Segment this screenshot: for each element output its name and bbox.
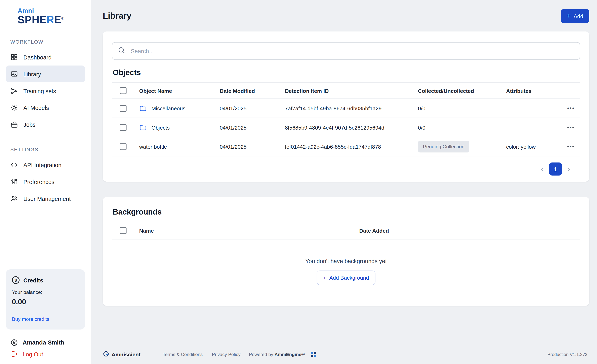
backgrounds-table-header: Name Date Added xyxy=(112,222,580,240)
row-checkbox[interactable] xyxy=(120,105,126,112)
pagination-prev-button[interactable]: ‹ xyxy=(541,165,543,173)
column-header-collected: Collected/Uncollected xyxy=(418,88,506,94)
search-icon xyxy=(118,46,126,56)
detection-item-id: 8f5685b9-4809-4e4f-907d-5c261295694d xyxy=(285,124,418,131)
pagination-page-1[interactable]: 1 xyxy=(549,163,562,176)
select-all-checkbox[interactable] xyxy=(120,227,126,234)
table-row: water bottle 04/01/2025 fef01442-a92c-4a… xyxy=(112,137,580,156)
footer-brand-name: Amniscient xyxy=(111,351,141,357)
backgrounds-section-title: Backgrounds xyxy=(113,208,580,217)
sliders-icon xyxy=(10,178,18,186)
powered-brand: AmniEngine® xyxy=(275,352,305,357)
empty-state-text: You don't have backgrounds yet xyxy=(305,258,387,264)
workflow-section-label: WORKFLOW xyxy=(10,39,91,45)
column-header-attributes: Attributes xyxy=(506,88,563,94)
footer-brand: Amniscient xyxy=(103,350,141,358)
library-icon xyxy=(10,70,18,78)
training-sets-icon xyxy=(10,87,18,95)
balance-value: 0.00 xyxy=(12,298,79,306)
avatar-icon xyxy=(10,339,18,346)
column-header-date-modified: Date Modified xyxy=(220,88,285,94)
add-button-label: Add xyxy=(574,13,583,19)
date-modified: 04/01/2025 xyxy=(220,105,285,111)
logout-icon xyxy=(10,350,18,358)
sidebar-item-label: Preferences xyxy=(23,178,54,185)
sidebar-item-label: User Management xyxy=(23,195,71,202)
sidebar-item-label: AI Models xyxy=(23,104,49,111)
sidebar-item-api-integration[interactable]: API Integration xyxy=(6,156,85,173)
pagination-next-button[interactable]: › xyxy=(567,165,570,173)
attributes-value: - xyxy=(506,124,563,131)
sidebar-item-jobs[interactable]: Jobs xyxy=(6,116,85,133)
row-menu-button[interactable]: ••• xyxy=(567,144,575,149)
sidebar-item-preferences[interactable]: Preferences xyxy=(6,173,85,190)
object-name[interactable]: water bottle xyxy=(139,143,167,150)
sidebar-item-user-management[interactable]: User Management xyxy=(6,190,85,207)
row-menu-button[interactable]: ••• xyxy=(567,105,575,111)
privacy-link[interactable]: Privacy Policy xyxy=(212,352,240,357)
dashboard-icon xyxy=(10,53,18,61)
app-window: Amni SPHERE® WORKFLOW Dashboard Library … xyxy=(0,0,597,364)
detection-item-id: 7af7af14-d5bf-49ba-8674-6db085bf1a29 xyxy=(285,105,418,111)
column-header-date-added: Date Added xyxy=(359,227,580,234)
terms-link[interactable]: Terms & Conditions xyxy=(163,352,203,357)
main-content: Library + Add Objects Object Name Date M… xyxy=(91,0,597,364)
row-checkbox[interactable] xyxy=(120,143,126,150)
pagination: ‹ 1 › xyxy=(112,156,580,182)
current-user[interactable]: Amanda Smith xyxy=(6,339,85,346)
select-all-checkbox[interactable] xyxy=(120,87,126,94)
date-modified: 04/01/2025 xyxy=(220,143,285,150)
logout-button[interactable]: Log Out xyxy=(6,350,85,358)
objects-card: Objects Object Name Date Modified Detect… xyxy=(103,31,589,182)
detection-item-id: fef01442-a92c-4ab6-855c-fda1747df878 xyxy=(285,143,418,150)
buy-more-credits-link[interactable]: Buy more credits xyxy=(12,316,79,322)
row-checkbox[interactable] xyxy=(120,124,126,131)
sidebar-item-label: API Integration xyxy=(23,162,61,168)
sidebar-item-training-sets[interactable]: Training sets xyxy=(6,82,85,99)
jobs-icon xyxy=(10,121,18,128)
folder-icon xyxy=(139,104,147,112)
object-name[interactable]: Miscellaneous xyxy=(151,105,185,111)
search-box xyxy=(112,42,580,60)
credits-title: Credits xyxy=(23,277,43,283)
sidebar-item-label: Library xyxy=(23,71,41,77)
collected-count: 0/0 xyxy=(418,124,506,131)
users-icon xyxy=(10,195,18,202)
balance-label: Your balance: xyxy=(12,289,79,295)
logout-label: Log Out xyxy=(23,351,43,357)
column-header-object-name: Object Name xyxy=(139,88,220,94)
sidebar-item-label: Dashboard xyxy=(23,54,51,60)
search-input[interactable] xyxy=(130,47,574,55)
credits-card: $ Credits Your balance: 0.00 Buy more cr… xyxy=(6,269,85,329)
page-title: Library xyxy=(103,11,131,21)
app-logo: Amni SPHERE® xyxy=(0,0,91,25)
column-header-detection-item-id: Detection Item ID xyxy=(285,88,418,94)
row-menu-button[interactable]: ••• xyxy=(567,124,575,130)
backgrounds-empty-state: You don't have backgrounds yet + Add Bac… xyxy=(112,240,580,306)
sidebar-item-label: Training sets xyxy=(23,88,56,94)
code-brackets-icon xyxy=(10,161,18,169)
user-name: Amanda Smith xyxy=(23,339,64,346)
folder-icon xyxy=(139,124,147,131)
status-badge: Pending Collection xyxy=(418,141,469,153)
date-modified: 04/01/2025 xyxy=(220,124,285,131)
sidebar-item-dashboard[interactable]: Dashboard xyxy=(6,49,85,65)
add-button[interactable]: + Add xyxy=(561,9,589,23)
ai-models-icon xyxy=(10,104,18,111)
collected-count: 0/0 xyxy=(418,105,506,111)
powered-by: Powered by AmniEngine® xyxy=(249,352,305,357)
amniscient-logo-icon xyxy=(103,350,109,358)
sidebar-item-library[interactable]: Library xyxy=(6,65,85,82)
backgrounds-card: Backgrounds Name Date Added You don't ha… xyxy=(103,197,589,306)
sidebar-item-ai-models[interactable]: AI Models xyxy=(6,99,85,116)
add-background-button[interactable]: + Add Background xyxy=(317,271,376,285)
plus-icon: + xyxy=(323,275,326,281)
column-header-name: Name xyxy=(139,227,359,234)
object-name[interactable]: Objects xyxy=(151,124,170,131)
settings-section-label: SETTINGS xyxy=(10,147,91,153)
objects-table-header: Object Name Date Modified Detection Item… xyxy=(112,82,580,99)
engine-grid-icon xyxy=(311,352,316,357)
page-header: Library + Add xyxy=(91,0,597,31)
attributes-value: - xyxy=(506,105,563,111)
sidebar: Amni SPHERE® WORKFLOW Dashboard Library … xyxy=(0,0,91,364)
